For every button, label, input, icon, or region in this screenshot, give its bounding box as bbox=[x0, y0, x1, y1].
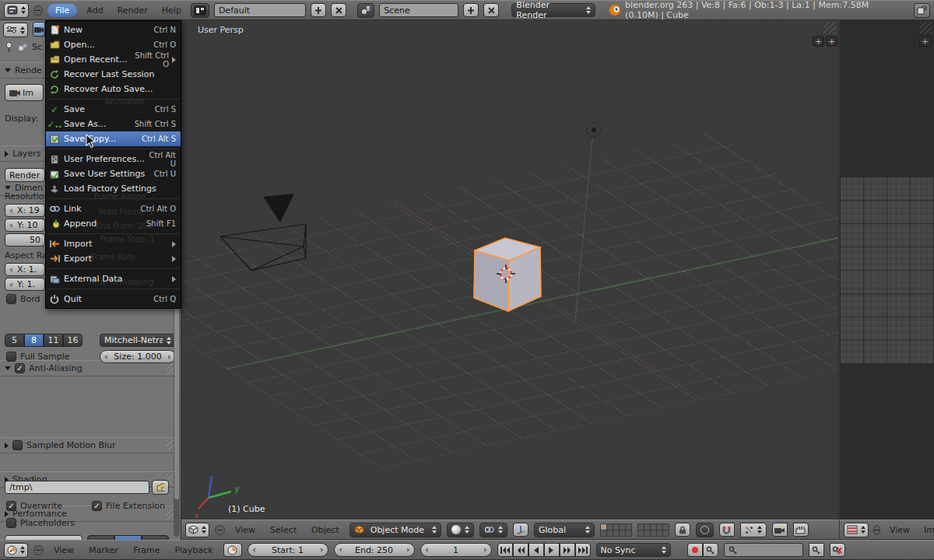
viewport-3d[interactable]: User Persp y x (1) Cube + + bbox=[181, 20, 839, 520]
render-menu-button[interactable]: Render bbox=[113, 4, 153, 17]
image-image-menu[interactable]: Imag bbox=[919, 523, 934, 537]
add-layout-button[interactable] bbox=[311, 3, 326, 17]
jump-to-start-button[interactable] bbox=[497, 543, 513, 557]
cube-object[interactable] bbox=[474, 238, 541, 311]
output-path-field[interactable]: /tmp\ bbox=[5, 481, 149, 494]
resolution-x-slider[interactable]: X: 19 bbox=[5, 204, 45, 217]
render-opengl-anim-button[interactable] bbox=[793, 523, 809, 537]
view3d-view-menu[interactable]: View bbox=[230, 523, 260, 537]
pin-icon[interactable] bbox=[5, 42, 13, 52]
camera-object[interactable] bbox=[220, 194, 306, 271]
jump-prev-keyframe-button[interactable] bbox=[513, 543, 528, 557]
auto-keyframe-button[interactable] bbox=[703, 543, 718, 557]
render-image-button[interactable]: Im bbox=[5, 84, 44, 101]
menu-item-append[interactable]: AppendShift F1 bbox=[46, 216, 181, 231]
aa-samples-11-button[interactable]: 11 bbox=[44, 334, 63, 347]
viewport-shading-dropdown[interactable] bbox=[447, 523, 474, 537]
aa-samples-5-button[interactable]: 5 bbox=[5, 334, 24, 347]
layers-widget-group1[interactable] bbox=[600, 523, 632, 537]
mode-dropdown[interactable]: Object Mode bbox=[349, 523, 441, 537]
placeholders-checkbox[interactable] bbox=[6, 518, 16, 528]
expand-region-button[interactable]: + bbox=[919, 36, 931, 47]
scene-name-field[interactable]: Scene bbox=[379, 3, 458, 17]
record-button[interactable] bbox=[687, 543, 703, 557]
tab-render-properties[interactable] bbox=[33, 22, 45, 37]
scene-icon-button[interactable] bbox=[357, 3, 374, 18]
timeline-frame-menu[interactable]: Frame bbox=[128, 544, 164, 557]
render-engine-select[interactable]: Blender Render bbox=[511, 3, 595, 17]
manipulator-toggle-button[interactable] bbox=[513, 523, 528, 537]
expand-properties-region-button[interactable]: + bbox=[813, 36, 824, 47]
transform-orientation-dropdown[interactable]: Global bbox=[534, 523, 595, 537]
jump-next-keyframe-button[interactable] bbox=[560, 543, 575, 557]
keying-set-field[interactable] bbox=[724, 543, 803, 557]
lamp-object[interactable] bbox=[575, 123, 601, 320]
collapse-menus-icon[interactable] bbox=[215, 525, 225, 535]
timeline-marker-menu[interactable]: Marker bbox=[84, 544, 123, 557]
delete-scene-button[interactable] bbox=[483, 3, 499, 17]
aa-samples-8-button[interactable]: 8 bbox=[24, 334, 44, 347]
browse-output-path-button[interactable] bbox=[152, 480, 169, 495]
image-editor-selector[interactable] bbox=[844, 523, 869, 537]
anti-aliasing-checkbox[interactable] bbox=[15, 363, 25, 373]
menu-item-save-copy[interactable]: Save Copy...Ctrl Alt S bbox=[46, 131, 181, 146]
insert-keyframe-button[interactable] bbox=[809, 543, 824, 557]
add-scene-button[interactable] bbox=[463, 3, 479, 17]
menu-item-user-preferences[interactable]: User Preferences...Ctrl Alt U bbox=[46, 152, 181, 166]
layers-widget-group2[interactable] bbox=[637, 523, 669, 537]
menu-item-recover-last-session[interactable]: Recover Last Session bbox=[46, 67, 181, 82]
pivot-point-dropdown[interactable] bbox=[479, 523, 507, 537]
play-reverse-button[interactable] bbox=[528, 543, 544, 557]
border-checkbox[interactable] bbox=[6, 294, 16, 304]
scene-lock-button[interactable] bbox=[675, 523, 690, 537]
expand-region-button[interactable]: + bbox=[826, 36, 837, 47]
menu-item-new[interactable]: NewCtrl N bbox=[46, 23, 181, 37]
aspect-x-slider[interactable]: X: 1. bbox=[5, 263, 45, 276]
menu-item-quit[interactable]: QuitCtrl Q bbox=[46, 292, 181, 306]
menu-item-save-as[interactable]: ✓.. Save As...Shift Ctrl S bbox=[46, 117, 181, 131]
menu-item-link[interactable]: LinkCtrl Alt O bbox=[46, 201, 181, 216]
menu-item-recover-auto-save[interactable]: Recover Auto Save... bbox=[46, 82, 181, 96]
view3d-select-menu[interactable]: Select bbox=[265, 523, 301, 537]
help-menu-button[interactable]: Help bbox=[157, 4, 186, 17]
editor-type-selector[interactable] bbox=[4, 3, 29, 18]
overwrite-checkbox[interactable] bbox=[6, 501, 16, 511]
aa-filter-dropdown[interactable]: Mitchell-Netrav bbox=[100, 334, 176, 347]
image-editor-region[interactable]: + bbox=[840, 20, 934, 520]
file-extension-checkbox[interactable] bbox=[92, 501, 102, 511]
use-preview-range-button[interactable] bbox=[223, 543, 242, 557]
menu-item-load-factory-settings[interactable]: Load Factory Settings bbox=[46, 181, 181, 196]
menu-item-import[interactable]: Import bbox=[46, 236, 181, 251]
timeline-playback-menu[interactable]: Playback bbox=[170, 544, 217, 557]
file-menu-button[interactable]: File bbox=[47, 4, 77, 17]
collapse-menus-icon[interactable] bbox=[33, 5, 43, 16]
screen-layout-name-field[interactable]: Default bbox=[214, 3, 306, 17]
render-opengl-still-button[interactable] bbox=[772, 523, 788, 537]
menu-item-open-recent[interactable]: Open Recent...Shift Ctrl O bbox=[46, 52, 181, 67]
delete-keyframe-button[interactable] bbox=[830, 543, 845, 557]
proportional-edit-dropdown[interactable] bbox=[696, 523, 714, 537]
add-menu-button[interactable]: Add bbox=[82, 4, 107, 17]
delete-layout-button[interactable] bbox=[331, 3, 346, 17]
full-sample-checkbox[interactable] bbox=[6, 352, 16, 362]
render-presets-dropdown[interactable]: Render Pr bbox=[5, 168, 45, 182]
current-frame-field[interactable]: 1 bbox=[420, 543, 492, 557]
view3d-editor-selector[interactable] bbox=[185, 523, 209, 537]
snap-element-dropdown[interactable] bbox=[740, 523, 767, 537]
timeline-view-menu[interactable]: View bbox=[49, 544, 79, 557]
snap-toggle-button[interactable] bbox=[719, 523, 735, 537]
aa-samples-16-button[interactable]: 16 bbox=[63, 334, 83, 347]
view3d-object-menu[interactable]: Object bbox=[307, 523, 344, 537]
jump-to-end-button[interactable] bbox=[575, 543, 591, 557]
window-duplicate-button[interactable] bbox=[914, 3, 930, 18]
panel-header-sampled-motion-blur[interactable]: Sampled Motion Blur bbox=[0, 437, 181, 453]
frame-start-slider[interactable]: Start: 1 bbox=[248, 543, 328, 557]
menu-item-export[interactable]: Export bbox=[46, 251, 181, 266]
sync-mode-dropdown[interactable]: No Sync bbox=[596, 543, 671, 557]
menu-item-open[interactable]: Open...Ctrl O bbox=[46, 37, 181, 52]
resolution-percentage-slider[interactable]: 50 bbox=[5, 233, 45, 247]
aa-size-slider[interactable]: Size: 1.000 bbox=[100, 350, 176, 363]
collapse-menus-icon[interactable] bbox=[873, 525, 880, 535]
motion-blur-checkbox[interactable] bbox=[12, 440, 23, 450]
collapse-menus-icon[interactable] bbox=[33, 545, 44, 555]
